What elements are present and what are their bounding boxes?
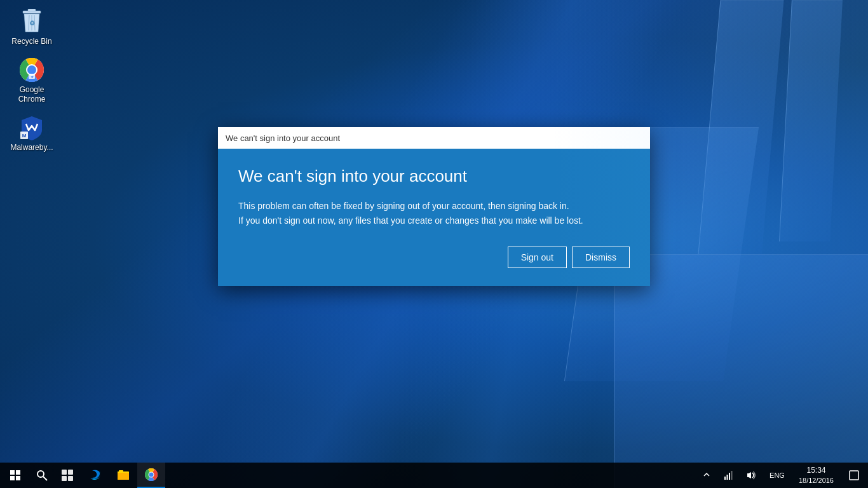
svg-rect-16 bbox=[68, 470, 73, 475]
sign-out-button[interactable]: Sign out bbox=[508, 247, 567, 268]
svg-rect-15 bbox=[62, 470, 67, 475]
language-label: ENG bbox=[770, 471, 785, 479]
malwarebytes-label: Malwareby... bbox=[10, 143, 53, 152]
windows-logo-icon bbox=[10, 470, 20, 480]
svg-rect-31 bbox=[850, 471, 858, 480]
svg-text:♻: ♻ bbox=[29, 20, 35, 27]
dismiss-button[interactable]: Dismiss bbox=[572, 247, 630, 268]
desktop: ♻ Recycle Bin bbox=[0, 0, 868, 488]
bg-panel-4 bbox=[614, 254, 868, 488]
taskbar-chrome-icon bbox=[145, 468, 158, 481]
svg-rect-27 bbox=[727, 475, 728, 480]
notification-icon bbox=[849, 470, 859, 480]
chrome-icon: ★ bbox=[19, 57, 44, 83]
bg-panel-3 bbox=[564, 127, 759, 381]
dialog-message-line1: This problem can often be fixed by signi… bbox=[238, 201, 569, 211]
svg-point-13 bbox=[37, 471, 44, 477]
taskbar-chrome[interactable] bbox=[137, 463, 165, 488]
chevron-up-icon bbox=[702, 471, 711, 480]
chrome-label: Google Chrome bbox=[9, 85, 55, 104]
tray-volume[interactable] bbox=[742, 463, 762, 488]
clock[interactable]: 15:34 18/12/2016 bbox=[792, 463, 840, 488]
svg-point-25 bbox=[149, 473, 154, 477]
dialog-titlebar-text: We can't sign into your account bbox=[226, 133, 340, 143]
tray-network[interactable] bbox=[719, 463, 739, 488]
svg-text:★: ★ bbox=[31, 75, 34, 79]
svg-rect-30 bbox=[747, 473, 749, 477]
svg-text:M: M bbox=[22, 133, 27, 139]
taskbar: ENG 15:34 18/12/2016 bbox=[0, 463, 868, 488]
network-icon bbox=[724, 470, 734, 480]
bg-panel-1 bbox=[698, 0, 784, 254]
svg-rect-18 bbox=[68, 476, 73, 481]
dialog-message-line2: If you don't sign out now, any files tha… bbox=[238, 215, 583, 226]
clock-date: 18/12/2016 bbox=[799, 476, 834, 485]
dialog-buttons: Sign out Dismiss bbox=[238, 247, 630, 268]
svg-rect-17 bbox=[62, 476, 67, 481]
recycle-bin-icon: ♻ bbox=[19, 9, 44, 34]
taskbar-file-explorer[interactable] bbox=[109, 463, 137, 488]
svg-rect-28 bbox=[729, 473, 730, 480]
malwarebytes-icon: M bbox=[19, 115, 44, 140]
taskbar-edge[interactable] bbox=[81, 463, 109, 488]
task-view-button[interactable] bbox=[53, 463, 81, 488]
tray-language[interactable]: ENG bbox=[764, 463, 790, 488]
dialog-message: This problem can often be fixed by signi… bbox=[238, 199, 630, 227]
taskbar-left bbox=[0, 463, 165, 488]
search-icon bbox=[36, 469, 48, 482]
file-explorer-icon bbox=[117, 468, 130, 481]
cant-sign-in-dialog: We can't sign into your account We can't… bbox=[218, 127, 650, 286]
svg-rect-29 bbox=[731, 471, 733, 480]
volume-icon bbox=[747, 470, 757, 480]
desktop-icon-recycle-bin[interactable]: ♻ Recycle Bin bbox=[6, 6, 57, 48]
clock-time: 15:34 bbox=[806, 465, 825, 476]
search-button[interactable] bbox=[31, 463, 53, 488]
start-button[interactable] bbox=[0, 463, 31, 488]
svg-line-14 bbox=[43, 477, 47, 480]
svg-point-8 bbox=[27, 65, 36, 74]
svg-rect-21 bbox=[118, 473, 129, 480]
recycle-bin-label: Recycle Bin bbox=[11, 37, 51, 46]
taskbar-right: ENG 15:34 18/12/2016 bbox=[697, 463, 868, 488]
dialog-body: We can't sign into your account This pro… bbox=[218, 149, 650, 286]
svg-rect-26 bbox=[724, 477, 726, 480]
notification-button[interactable] bbox=[843, 463, 865, 488]
svg-rect-22 bbox=[119, 470, 123, 473]
desktop-icon-chrome[interactable]: ★ Google Chrome bbox=[6, 55, 57, 106]
edge-icon bbox=[89, 468, 102, 481]
desktop-icons-container: ♻ Recycle Bin bbox=[6, 6, 57, 155]
bg-panel-2 bbox=[779, 0, 843, 241]
desktop-icon-malwarebytes[interactable]: M Malwareby... bbox=[6, 112, 57, 154]
dialog-title: We can't sign into your account bbox=[238, 166, 630, 186]
dialog-titlebar: We can't sign into your account bbox=[218, 127, 650, 149]
svg-rect-1 bbox=[28, 9, 36, 11]
tray-chevron[interactable] bbox=[697, 463, 716, 488]
task-view-icon bbox=[61, 469, 74, 482]
